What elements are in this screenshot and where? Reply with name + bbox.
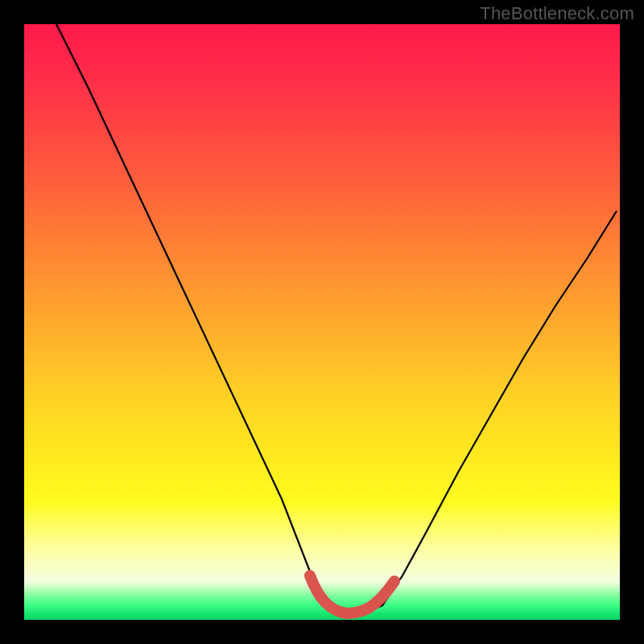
chart-frame: TheBottleneck.com: [0, 0, 644, 644]
bottleneck-curve: [56, 24, 617, 613]
optimal-zone-highlight: [310, 576, 394, 613]
watermark-text: TheBottleneck.com: [480, 3, 634, 24]
chart-curves: [24, 24, 620, 620]
